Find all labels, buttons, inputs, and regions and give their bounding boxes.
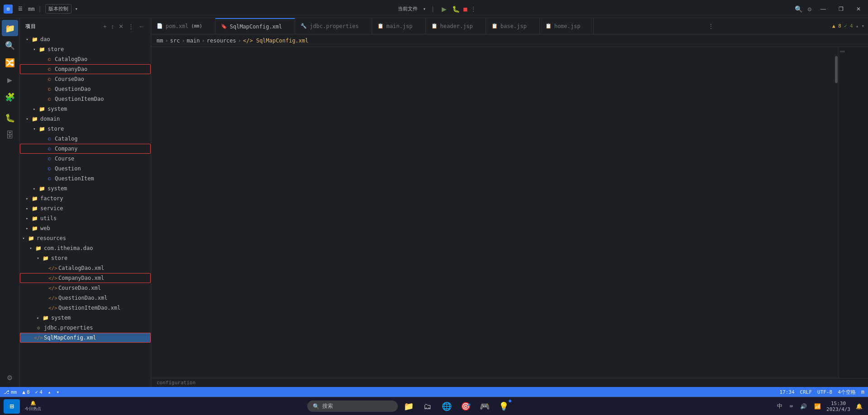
breadcrumb-resources[interactable]: resources bbox=[207, 38, 236, 44]
sidebar-back-button[interactable]: ← bbox=[138, 22, 145, 31]
tab-pom[interactable]: 📄 pom.xml (mm) ✕ bbox=[151, 18, 215, 34]
status-warnings[interactable]: ▲ 8 bbox=[22, 389, 29, 395]
activity-vcs[interactable]: 🔀 bbox=[2, 54, 18, 71]
breadcrumb-file[interactable]: </> SqlMapConfig.xml bbox=[243, 38, 309, 44]
start-button[interactable]: ⊞ bbox=[4, 399, 20, 414]
tree-item-SqlMapConfig[interactable]: ▸ </> SqlMapConfig.xml bbox=[20, 333, 151, 343]
activity-run[interactable]: ▶ bbox=[2, 71, 18, 88]
tree-item-factory[interactable]: ▸ 📁 factory bbox=[20, 193, 151, 203]
taskbar-fileexplorer[interactable]: 📁 bbox=[401, 399, 417, 414]
tree-item-Company[interactable]: ▸ © Company bbox=[20, 144, 151, 154]
taskbar-app3[interactable]: 🎯 bbox=[458, 399, 474, 414]
breadcrumb-src[interactable]: src bbox=[170, 38, 180, 44]
status-ok[interactable]: ✓ 4 bbox=[35, 389, 43, 395]
line-col-status[interactable]: 17:34 bbox=[779, 389, 794, 395]
tree-item-QuestionDao[interactable]: ▸ © QuestionDao bbox=[20, 84, 151, 94]
taskbar-edge[interactable]: 🌐 bbox=[439, 399, 455, 414]
red-square-icon[interactable]: ■ bbox=[463, 5, 467, 13]
encoding-status[interactable]: UTF-8 bbox=[817, 389, 832, 395]
tab-main[interactable]: 📋 main.jsp ✕ bbox=[372, 18, 426, 34]
expand-button[interactable]: ↕ bbox=[110, 22, 115, 31]
activity-settings[interactable]: ⚙ bbox=[2, 369, 18, 385]
settings-icon[interactable]: ⚙ bbox=[808, 5, 811, 13]
scrollbar-thumb[interactable] bbox=[835, 56, 838, 83]
tray-volume[interactable]: 🔊 bbox=[798, 402, 809, 410]
more-icon[interactable]: ⋮ bbox=[471, 6, 476, 12]
java-icon-Catalog: © bbox=[45, 136, 53, 142]
breadcrumb-main[interactable]: main bbox=[187, 38, 200, 44]
activity-plugins[interactable]: 🧩 bbox=[2, 89, 18, 105]
tree-item-domain[interactable]: ▾ 📁 domain bbox=[20, 114, 151, 124]
tree-item-com-itheima-dao[interactable]: ▾ 📁 com.itheima.dao bbox=[20, 243, 151, 253]
tree-item-dao[interactable]: ▾ 📁 dao bbox=[20, 34, 151, 44]
git-branch-status[interactable]: ⎇ mm bbox=[4, 389, 17, 395]
tree-item-service[interactable]: ▸ 📁 service bbox=[20, 203, 151, 213]
tab-header[interactable]: 📋 header.jsp ✕ bbox=[426, 18, 486, 34]
minimize-button[interactable]: — bbox=[817, 4, 830, 14]
tab-more-button[interactable]: ⋮ bbox=[705, 18, 717, 34]
tree-item-QuestionDao-xml[interactable]: ▸ </> QuestionDao.xml bbox=[20, 293, 151, 303]
tree-item-Course[interactable]: ▸ © Course bbox=[20, 154, 151, 164]
tree-item-QuestionItemDao[interactable]: ▸ © QuestionItemDao bbox=[20, 94, 151, 104]
collapse-editor-icon[interactable]: ▾ bbox=[861, 23, 864, 29]
taskbar-app2[interactable]: 🗂 bbox=[420, 399, 436, 414]
tree-item-web[interactable]: ▸ 📁 web bbox=[20, 223, 151, 233]
taskbar-app4[interactable]: 🎮 bbox=[477, 399, 493, 414]
tree-item-system1[interactable]: ▸ 📁 system bbox=[20, 104, 151, 114]
tree-item-CompanyDao-xml[interactable]: ▸ </> CompanyDao.xml bbox=[20, 273, 151, 283]
tree-item-Catalog[interactable]: ▸ © Catalog bbox=[20, 134, 151, 144]
tree-item-QuestionItemDao-xml[interactable]: ▸ </> QuestionItemDao.xml bbox=[20, 303, 151, 313]
tree-item-CourseDao-xml[interactable]: ▸ </> CourseDao.xml bbox=[20, 283, 151, 293]
tray-notification[interactable]: 🔔 bbox=[854, 402, 864, 410]
run-button[interactable]: ▶ bbox=[440, 4, 448, 14]
tree-item-jdbc-props[interactable]: ▸ ⚙ jdbc.properties bbox=[20, 323, 151, 333]
add-file-button[interactable]: + bbox=[102, 22, 108, 31]
tab-home[interactable]: 📋 home.jsp ✕ bbox=[540, 18, 594, 34]
tree-item-CompanyDao[interactable]: ▸ © CompanyDao bbox=[20, 64, 151, 74]
tray-network[interactable]: 📶 bbox=[812, 402, 823, 410]
tree-item-CatalogDao-xml[interactable]: ▸ </> CatalogDao.xml bbox=[20, 263, 151, 273]
expand-editor-icon[interactable]: ▴ bbox=[856, 23, 859, 29]
tree-item-store1[interactable]: ▾ 📁 store bbox=[20, 44, 151, 54]
tree-item-system3[interactable]: ▸ 📁 system bbox=[20, 313, 151, 323]
notification-item[interactable]: 🔔 今日热点 bbox=[22, 399, 44, 414]
tree-item-CatalogDao[interactable]: ▸ © CatalogDao bbox=[20, 54, 151, 64]
tree-item-store2[interactable]: ▾ 📁 store bbox=[20, 124, 151, 134]
editor-scrollbar[interactable] bbox=[834, 47, 839, 378]
tree-item-Question[interactable]: ▸ © Question bbox=[20, 164, 151, 174]
search-icon[interactable]: 🔍 bbox=[795, 5, 802, 13]
crlf-status[interactable]: CRLF bbox=[800, 389, 812, 395]
close-button[interactable]: ✕ bbox=[853, 4, 864, 14]
current-file-button[interactable]: 当前文件 bbox=[396, 4, 420, 14]
tree-item-utils[interactable]: ▸ 📁 utils bbox=[20, 213, 151, 223]
tab-jdbc[interactable]: 🔧 jdbc.properties ✕ bbox=[295, 18, 372, 34]
vcs-button[interactable]: 版本控制 bbox=[45, 4, 72, 14]
breadcrumb-mm[interactable]: mm bbox=[157, 38, 163, 44]
indent-status[interactable]: 4个空格 bbox=[838, 389, 856, 396]
tray-keyboard[interactable]: 中 bbox=[775, 401, 784, 411]
code-content[interactable] bbox=[173, 47, 834, 378]
debug-icon[interactable]: 🐛 bbox=[452, 5, 460, 13]
activity-debug[interactable]: 🐛 bbox=[2, 109, 18, 126]
activity-database[interactable]: 🗄 bbox=[2, 127, 18, 143]
tab-base[interactable]: 📋 base.jsp ✕ bbox=[486, 18, 540, 34]
taskbar-search[interactable]: 🔍 搜索 bbox=[307, 401, 398, 412]
tree-item-QuestionItem[interactable]: ▸ © QuestionItem bbox=[20, 174, 151, 184]
hamburger-menu[interactable]: ☰ bbox=[16, 4, 24, 14]
activity-search[interactable]: 🔍 bbox=[2, 37, 18, 53]
collapse-icon[interactable]: ▾ bbox=[56, 389, 59, 395]
code-editor[interactable]: ██████ bbox=[151, 47, 868, 378]
clock[interactable]: 15:30 2023/4/3 bbox=[826, 401, 850, 412]
tree-item-store3[interactable]: ▾ 📁 store bbox=[20, 253, 151, 263]
expand-icon[interactable]: ▴ bbox=[48, 389, 51, 395]
tray-ime[interactable]: ⌨ bbox=[788, 402, 795, 410]
maximize-button[interactable]: ❐ bbox=[835, 4, 847, 14]
tab-sqlmap[interactable]: 🔖 SqlMapConfig.xml ✕ bbox=[215, 18, 296, 34]
taskbar-idea[interactable]: 💡 bbox=[496, 399, 512, 414]
tree-item-resources[interactable]: ▾ 📁 resources bbox=[20, 233, 151, 243]
sidebar-more-button[interactable]: ⋮ bbox=[127, 22, 135, 31]
close-sidebar-button[interactable]: ✕ bbox=[118, 22, 124, 31]
tree-item-CourseDao[interactable]: ▸ © CourseDao bbox=[20, 74, 151, 84]
tree-item-system2[interactable]: ▸ 📁 system bbox=[20, 184, 151, 193]
activity-project[interactable]: 📁 bbox=[2, 20, 18, 36]
